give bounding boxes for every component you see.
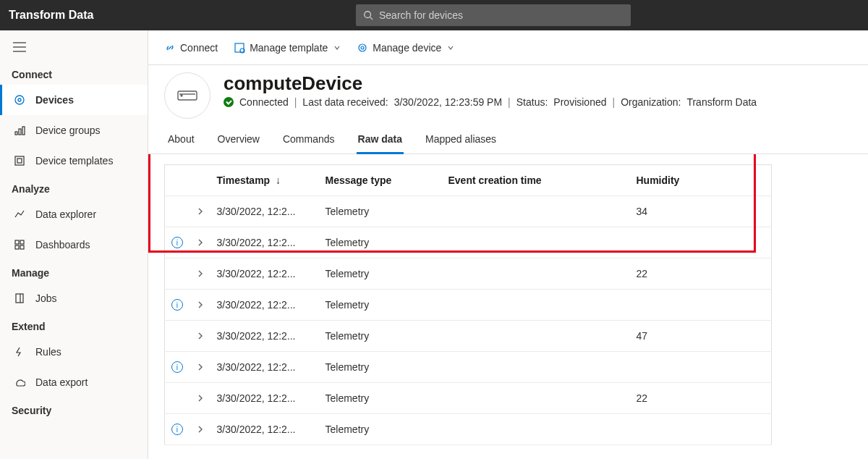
last-data-label: Last data received: [302, 96, 388, 108]
chevron-right-icon[interactable] [197, 394, 204, 403]
manage-template-button[interactable]: Manage template [234, 42, 341, 54]
raw-data-table: Timestamp ↓ Message type Event creation … [164, 164, 772, 445]
table-row[interactable]: i3/30/2022, 12:2...Telemetry [165, 352, 772, 383]
chevron-right-icon[interactable] [197, 332, 204, 340]
svg-rect-15 [20, 245, 24, 249]
side-section-analyze: Analyze [0, 176, 148, 199]
side-section-security: Security [0, 397, 148, 421]
cell-event-creation [443, 414, 631, 445]
sidebar-item-dashboards[interactable]: Dashboards [0, 230, 148, 260]
col-header-event-creation[interactable]: Event creation time [443, 165, 631, 196]
chevron-down-icon [447, 44, 454, 51]
side-section-manage: Manage [0, 260, 148, 283]
info-icon[interactable]: i [171, 299, 183, 311]
cell-timestamp: 3/30/2022, 12:2... [211, 227, 320, 258]
col-header-message-type[interactable]: Message type [320, 165, 443, 196]
table-row[interactable]: 3/30/2022, 12:2...Telemetry47 [165, 321, 772, 352]
svg-rect-8 [19, 129, 21, 135]
device-toolbar: Connect Manage template Manage device [148, 30, 868, 65]
cell-message-type: Telemetry [320, 352, 443, 383]
chevron-right-icon[interactable] [197, 238, 204, 247]
jobs-icon [14, 292, 25, 304]
cell-message-type: Telemetry [320, 196, 443, 227]
manage-device-button[interactable]: Manage device [357, 42, 454, 54]
cell-timestamp: 3/30/2022, 12:2... [211, 290, 320, 321]
svg-point-5 [15, 96, 24, 104]
side-section-extend: Extend [0, 313, 148, 337]
sidebar-item-label: Data export [35, 376, 88, 388]
sidebar-item-data-export[interactable]: Data export [0, 367, 148, 397]
sidebar-item-devices[interactable]: Devices [0, 85, 148, 115]
col-header-humidity[interactable]: Humidity [631, 165, 772, 196]
cell-humidity [631, 290, 772, 321]
manage-device-label: Manage device [373, 42, 441, 54]
dashboards-icon [14, 239, 25, 250]
tab-overview[interactable]: Overview [216, 129, 261, 154]
cell-timestamp: 3/30/2022, 12:2... [211, 383, 320, 414]
sidebar: Connect Devices Device groups Device tem… [0, 30, 148, 459]
search-input[interactable] [379, 9, 624, 21]
chevron-right-icon[interactable] [197, 363, 204, 371]
cell-event-creation [443, 227, 631, 258]
cell-humidity [631, 352, 772, 383]
data-explorer-icon [14, 209, 25, 220]
chevron-right-icon[interactable] [197, 425, 204, 434]
org-value: Transform Data [686, 96, 757, 108]
cell-humidity: 47 [631, 321, 772, 352]
chevron-down-icon [333, 44, 341, 51]
info-icon[interactable]: i [171, 361, 183, 373]
sidebar-item-jobs[interactable]: Jobs [0, 283, 148, 313]
table-row[interactable]: i3/30/2022, 12:2...Telemetry [165, 414, 772, 445]
table-row[interactable]: i3/30/2022, 12:2...Telemetry [165, 290, 772, 321]
device-templates-icon [14, 155, 25, 167]
devices-icon [14, 94, 25, 106]
svg-rect-9 [22, 127, 25, 135]
chevron-right-icon[interactable] [197, 300, 204, 309]
connect-button[interactable]: Connect [164, 42, 218, 54]
svg-rect-10 [15, 156, 24, 165]
svg-line-1 [370, 17, 373, 20]
main-content: Connect Manage template Manage device co… [148, 30, 868, 459]
device-header: computeDevice Connected | Last data rece… [148, 65, 868, 122]
cell-event-creation [443, 290, 631, 321]
sidebar-item-data-explorer[interactable]: Data explorer [0, 199, 148, 230]
cell-message-type: Telemetry [320, 290, 443, 321]
top-bar: Transform Data [0, 0, 868, 30]
tab-commands[interactable]: Commands [281, 129, 336, 154]
tab-raw-data[interactable]: Raw data [357, 129, 404, 154]
svg-rect-13 [20, 240, 24, 244]
cell-humidity [631, 227, 772, 258]
app-title: Transform Data [9, 9, 356, 22]
hamburger-button[interactable] [0, 39, 148, 62]
col-header-timestamp[interactable]: Timestamp ↓ [211, 165, 320, 196]
sidebar-item-rules[interactable]: Rules [0, 337, 148, 367]
rules-icon [14, 346, 25, 358]
data-export-icon [14, 376, 25, 388]
table-row[interactable]: 3/30/2022, 12:2...Telemetry34 [165, 196, 772, 227]
search-box[interactable] [356, 4, 631, 26]
cell-timestamp: 3/30/2022, 12:2... [211, 414, 320, 445]
table-row[interactable]: 3/30/2022, 12:2...Telemetry22 [165, 258, 772, 290]
cell-event-creation [443, 352, 631, 383]
sidebar-item-device-groups[interactable]: Device groups [0, 115, 148, 146]
chevron-right-icon[interactable] [197, 207, 204, 216]
manage-template-icon [234, 42, 245, 54]
status-name-label: Status: [516, 96, 548, 108]
cell-timestamp: 3/30/2022, 12:2... [211, 258, 320, 290]
sidebar-item-device-templates[interactable]: Device templates [0, 146, 148, 176]
svg-rect-16 [16, 294, 23, 303]
org-label: Organization: [621, 96, 681, 108]
tab-about[interactable]: About [166, 129, 196, 154]
chevron-right-icon[interactable] [197, 269, 204, 278]
device-groups-icon [14, 125, 25, 136]
cell-message-type: Telemetry [320, 414, 443, 445]
cell-timestamp: 3/30/2022, 12:2... [211, 352, 320, 383]
table-row[interactable]: i3/30/2022, 12:2...Telemetry [165, 227, 772, 258]
info-icon[interactable]: i [171, 237, 183, 248]
device-avatar [164, 72, 210, 119]
info-icon[interactable]: i [171, 424, 183, 435]
connect-label: Connect [180, 42, 218, 54]
tab-mapped-aliases[interactable]: Mapped aliases [424, 129, 498, 154]
table-row[interactable]: 3/30/2022, 12:2...Telemetry22 [165, 383, 772, 414]
status-name-value: Provisioned [553, 96, 606, 108]
